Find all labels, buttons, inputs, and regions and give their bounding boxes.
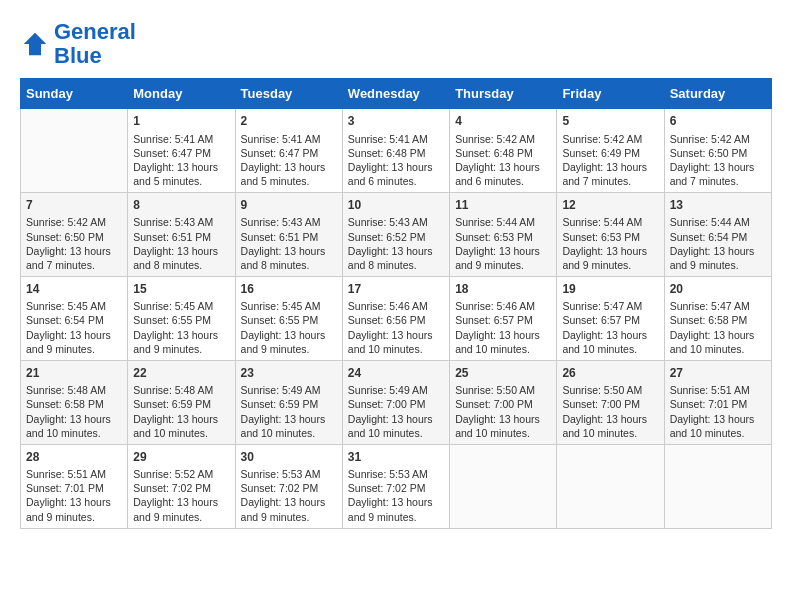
cell-info: Sunrise: 5:45 AM <box>26 299 122 313</box>
calendar-cell <box>21 109 128 193</box>
cell-info: and 10 minutes. <box>670 426 766 440</box>
cell-info: and 10 minutes. <box>562 342 658 356</box>
day-number: 31 <box>348 449 444 465</box>
day-number: 22 <box>133 365 229 381</box>
dow-sunday: Sunday <box>21 79 128 109</box>
cell-info: Sunset: 6:58 PM <box>26 397 122 411</box>
cell-info: Daylight: 13 hours <box>562 328 658 342</box>
calendar-cell <box>664 444 771 528</box>
logo-text: GeneralBlue <box>54 20 136 68</box>
cell-info: Sunset: 7:01 PM <box>670 397 766 411</box>
cell-info: Sunset: 6:51 PM <box>241 230 337 244</box>
day-number: 21 <box>26 365 122 381</box>
cell-info: Daylight: 13 hours <box>670 412 766 426</box>
cell-info: Sunrise: 5:50 AM <box>562 383 658 397</box>
cell-info: and 10 minutes. <box>348 342 444 356</box>
calendar-cell: 19Sunrise: 5:47 AMSunset: 6:57 PMDayligh… <box>557 277 664 361</box>
cell-info: Sunset: 6:53 PM <box>562 230 658 244</box>
calendar-cell: 10Sunrise: 5:43 AMSunset: 6:52 PMDayligh… <box>342 193 449 277</box>
cell-info: Daylight: 13 hours <box>133 244 229 258</box>
calendar-cell: 24Sunrise: 5:49 AMSunset: 7:00 PMDayligh… <box>342 361 449 445</box>
day-number: 1 <box>133 113 229 129</box>
cell-info: and 9 minutes. <box>133 342 229 356</box>
cell-info: and 7 minutes. <box>562 174 658 188</box>
day-number: 12 <box>562 197 658 213</box>
cell-info: and 8 minutes. <box>241 258 337 272</box>
cell-info: Daylight: 13 hours <box>241 495 337 509</box>
cell-info: Sunrise: 5:48 AM <box>133 383 229 397</box>
calendar-cell: 31Sunrise: 5:53 AMSunset: 7:02 PMDayligh… <box>342 444 449 528</box>
calendar-cell: 27Sunrise: 5:51 AMSunset: 7:01 PMDayligh… <box>664 361 771 445</box>
day-number: 14 <box>26 281 122 297</box>
cell-info: Sunrise: 5:44 AM <box>670 215 766 229</box>
calendar-table: SundayMondayTuesdayWednesdayThursdayFrid… <box>20 78 772 528</box>
cell-info: Daylight: 13 hours <box>133 328 229 342</box>
cell-info: Sunrise: 5:44 AM <box>455 215 551 229</box>
cell-info: Daylight: 13 hours <box>241 160 337 174</box>
cell-info: Sunrise: 5:42 AM <box>455 132 551 146</box>
cell-info: Sunrise: 5:43 AM <box>348 215 444 229</box>
day-number: 7 <box>26 197 122 213</box>
cell-info: Daylight: 13 hours <box>26 495 122 509</box>
day-number: 18 <box>455 281 551 297</box>
cell-info: Sunset: 7:01 PM <box>26 481 122 495</box>
cell-info: and 10 minutes. <box>133 426 229 440</box>
calendar-cell: 15Sunrise: 5:45 AMSunset: 6:55 PMDayligh… <box>128 277 235 361</box>
cell-info: and 9 minutes. <box>455 258 551 272</box>
day-number: 23 <box>241 365 337 381</box>
logo: GeneralBlue <box>20 20 136 68</box>
cell-info: Sunset: 6:47 PM <box>241 146 337 160</box>
cell-info: Sunrise: 5:47 AM <box>562 299 658 313</box>
day-number: 13 <box>670 197 766 213</box>
cell-info: Sunrise: 5:49 AM <box>241 383 337 397</box>
cell-info: Daylight: 13 hours <box>348 495 444 509</box>
cell-info: and 10 minutes. <box>562 426 658 440</box>
cell-info: Sunset: 6:55 PM <box>241 313 337 327</box>
cell-info: Sunset: 6:59 PM <box>133 397 229 411</box>
cell-info: Sunrise: 5:51 AM <box>670 383 766 397</box>
day-number: 26 <box>562 365 658 381</box>
cell-info: Sunset: 7:00 PM <box>348 397 444 411</box>
calendar-cell: 7Sunrise: 5:42 AMSunset: 6:50 PMDaylight… <box>21 193 128 277</box>
cell-info: Sunrise: 5:43 AM <box>241 215 337 229</box>
cell-info: Sunrise: 5:45 AM <box>241 299 337 313</box>
cell-info: Daylight: 13 hours <box>26 412 122 426</box>
day-number: 29 <box>133 449 229 465</box>
cell-info: Sunrise: 5:47 AM <box>670 299 766 313</box>
day-number: 5 <box>562 113 658 129</box>
day-number: 3 <box>348 113 444 129</box>
calendar-cell: 21Sunrise: 5:48 AMSunset: 6:58 PMDayligh… <box>21 361 128 445</box>
cell-info: and 9 minutes. <box>241 510 337 524</box>
cell-info: Sunrise: 5:41 AM <box>348 132 444 146</box>
cell-info: Sunrise: 5:46 AM <box>455 299 551 313</box>
cell-info: Sunrise: 5:53 AM <box>348 467 444 481</box>
day-number: 6 <box>670 113 766 129</box>
cell-info: and 10 minutes. <box>241 426 337 440</box>
cell-info: Sunset: 6:52 PM <box>348 230 444 244</box>
cell-info: Sunset: 7:02 PM <box>133 481 229 495</box>
cell-info: Sunrise: 5:51 AM <box>26 467 122 481</box>
calendar-cell: 17Sunrise: 5:46 AMSunset: 6:56 PMDayligh… <box>342 277 449 361</box>
cell-info: Daylight: 13 hours <box>241 412 337 426</box>
calendar-cell: 8Sunrise: 5:43 AMSunset: 6:51 PMDaylight… <box>128 193 235 277</box>
cell-info: and 9 minutes. <box>562 258 658 272</box>
calendar-cell: 6Sunrise: 5:42 AMSunset: 6:50 PMDaylight… <box>664 109 771 193</box>
calendar-cell: 23Sunrise: 5:49 AMSunset: 6:59 PMDayligh… <box>235 361 342 445</box>
cell-info: and 9 minutes. <box>241 342 337 356</box>
day-number: 27 <box>670 365 766 381</box>
cell-info: Sunset: 6:47 PM <box>133 146 229 160</box>
cell-info: Daylight: 13 hours <box>133 412 229 426</box>
cell-info: Sunset: 6:48 PM <box>455 146 551 160</box>
cell-info: and 9 minutes. <box>26 342 122 356</box>
day-number: 11 <box>455 197 551 213</box>
dow-tuesday: Tuesday <box>235 79 342 109</box>
cell-info: Sunset: 6:57 PM <box>455 313 551 327</box>
cell-info: and 10 minutes. <box>670 342 766 356</box>
calendar-cell: 3Sunrise: 5:41 AMSunset: 6:48 PMDaylight… <box>342 109 449 193</box>
cell-info: Sunset: 6:49 PM <box>562 146 658 160</box>
day-number: 9 <box>241 197 337 213</box>
cell-info: Sunset: 6:48 PM <box>348 146 444 160</box>
cell-info: and 6 minutes. <box>348 174 444 188</box>
cell-info: and 10 minutes. <box>455 426 551 440</box>
cell-info: Sunset: 6:54 PM <box>26 313 122 327</box>
